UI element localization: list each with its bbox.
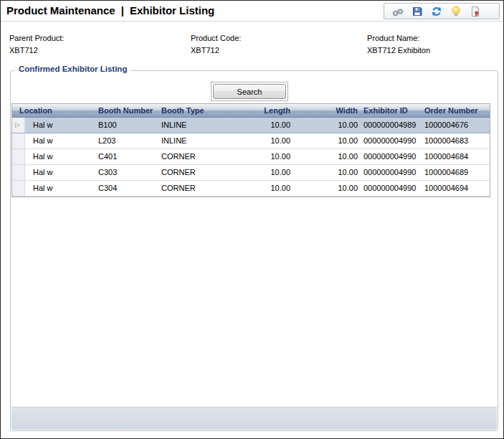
column-header-length[interactable]: Length <box>238 104 294 117</box>
cell-exhibitor-id[interactable]: 000000004990 <box>360 133 421 148</box>
cell-location[interactable]: Hal w <box>25 149 95 164</box>
cell-length[interactable]: 10.00 <box>238 165 294 180</box>
binoculars-button[interactable] <box>391 5 404 17</box>
toolbar <box>384 3 500 19</box>
page-title-separator: | <box>121 4 124 16</box>
cell-location[interactable]: Hal w <box>25 118 95 133</box>
column-header-booth-type[interactable]: Booth Type <box>158 104 238 117</box>
binoculars-icon <box>392 6 404 17</box>
exit-report-button[interactable] <box>469 5 481 17</box>
save-icon <box>412 6 423 17</box>
cell-exhibitor-id[interactable]: 000000004990 <box>360 181 421 196</box>
cell-order-number[interactable]: 1000004676 <box>421 118 490 133</box>
row-selector[interactable] <box>12 149 25 164</box>
window: Product Maintenance|Exhibitor Listing <box>0 0 504 439</box>
cell-order-number[interactable]: 1000004689 <box>421 165 490 180</box>
cell-length[interactable]: 10.00 <box>238 181 294 196</box>
search-button-focus-ring: Search <box>211 82 288 101</box>
groupbox-footer <box>11 407 497 430</box>
column-header-order-number[interactable]: Order Number <box>421 104 490 117</box>
page-title-right: Exhibitor Listing <box>130 4 214 16</box>
column-header-width[interactable]: Width <box>294 104 360 117</box>
cell-order-number[interactable]: 1000004694 <box>421 181 490 196</box>
product-name-label: Product Name: <box>367 34 430 42</box>
cell-width[interactable]: 10.00 <box>294 133 360 148</box>
cell-width[interactable]: 10.00 <box>294 181 360 196</box>
cell-exhibitor-id[interactable]: 000000004989 <box>360 118 421 133</box>
cell-booth-type[interactable]: CORNER <box>158 181 238 196</box>
cell-booth-type[interactable]: INLINE <box>158 118 238 133</box>
refresh-button[interactable] <box>430 5 442 17</box>
save-button[interactable] <box>411 5 423 17</box>
grid-row[interactable]: Hal wC401CORNER10.0010.00000000004990100… <box>12 149 490 165</box>
column-header-booth-number[interactable]: Booth Number <box>95 104 158 117</box>
cell-location[interactable]: Hal w <box>25 165 95 180</box>
cell-exhibitor-id[interactable]: 000000004990 <box>360 149 421 164</box>
title-bar: Product Maintenance|Exhibitor Listing <box>1 1 503 22</box>
page-title: Product Maintenance|Exhibitor Listing <box>6 1 214 20</box>
parent-product-value: XBT712 <box>9 46 64 55</box>
page-title-left: Product Maintenance <box>6 4 115 16</box>
grid-body: Hal wB100INLINE10.0010.00000000004989100… <box>12 118 490 197</box>
product-name-value: XBT712 Exhibiton <box>367 46 430 55</box>
cell-exhibitor-id[interactable]: 000000004990 <box>360 165 421 180</box>
column-header-location[interactable]: Location <box>12 104 95 117</box>
confirmed-exhibitor-listing-groupbox: Confirmed Exhibitor Listing Search Locat… <box>10 70 498 431</box>
cell-order-number[interactable]: 1000004684 <box>421 149 490 164</box>
cell-width[interactable]: 10.00 <box>294 118 360 133</box>
cell-booth-type[interactable]: CORNER <box>158 165 238 180</box>
cell-length[interactable]: 10.00 <box>238 149 294 164</box>
cell-width[interactable]: 10.00 <box>294 149 360 164</box>
grid-row[interactable]: Hal wL203INLINE10.0010.00000000004990100… <box>12 133 490 149</box>
cell-length[interactable]: 10.00 <box>238 133 294 148</box>
exit-report-icon <box>470 6 481 17</box>
cell-booth-number[interactable]: L203 <box>95 133 158 148</box>
product-code-value: XBT712 <box>191 46 241 55</box>
grid-row[interactable]: Hal wB100INLINE10.0010.00000000004989100… <box>12 118 490 133</box>
cell-booth-number[interactable]: C303 <box>95 165 158 180</box>
grid-row[interactable]: Hal wC304CORNER10.0010.00000000004990100… <box>12 181 490 197</box>
lightbulb-icon <box>450 6 462 17</box>
groupbox-title: Confirmed Exhibitor Listing <box>15 65 130 73</box>
parent-product-label: Parent Product: <box>9 34 64 42</box>
row-selector[interactable] <box>12 181 25 196</box>
product-code-label: Product Code: <box>191 34 241 42</box>
cell-booth-type[interactable]: INLINE <box>158 133 238 148</box>
exhibitor-grid: LocationBooth NumberBooth TypeLengthWidt… <box>11 103 490 197</box>
cell-booth-number[interactable]: C304 <box>95 181 158 196</box>
grid-row[interactable]: Hal wC303CORNER10.0010.00000000004990100… <box>12 165 490 181</box>
field-parent-product: Parent Product: XBT712 <box>9 34 64 55</box>
cell-length[interactable]: 10.00 <box>238 118 294 133</box>
row-selector[interactable] <box>12 165 25 180</box>
cell-location[interactable]: Hal w <box>25 133 95 148</box>
cell-width[interactable]: 10.00 <box>294 165 360 180</box>
refresh-icon <box>431 6 442 17</box>
row-selector-active[interactable] <box>12 118 25 133</box>
search-button[interactable]: Search <box>213 84 286 99</box>
column-header-exhibitor-id[interactable]: Exhibitor ID <box>360 104 421 117</box>
cell-order-number[interactable]: 1000004683 <box>421 133 490 148</box>
row-selector[interactable] <box>12 133 25 148</box>
field-product-code: Product Code: XBT712 <box>191 34 241 55</box>
field-product-name: Product Name: XBT712 Exhibiton <box>367 34 430 55</box>
lightbulb-button[interactable] <box>450 5 462 17</box>
cell-booth-type[interactable]: CORNER <box>158 149 238 164</box>
grid-header: LocationBooth NumberBooth TypeLengthWidt… <box>12 104 490 118</box>
cell-booth-number[interactable]: C401 <box>95 149 158 164</box>
cell-location[interactable]: Hal w <box>25 181 95 196</box>
cell-booth-number[interactable]: B100 <box>95 118 158 133</box>
